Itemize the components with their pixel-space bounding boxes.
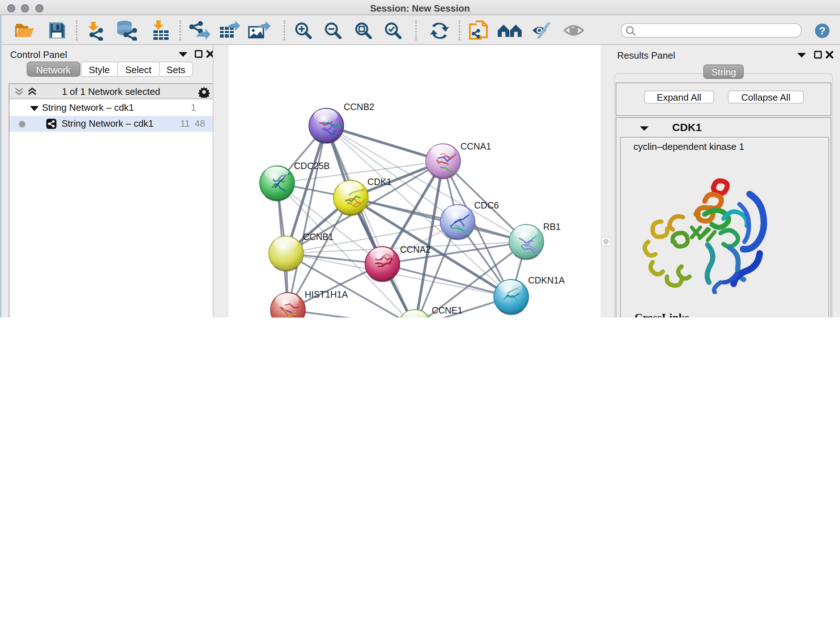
svg-text:?: ? [819, 24, 826, 36]
svg-text:CCNA2: CCNA2 [400, 244, 431, 255]
svg-text:CDKN1A: CDKN1A [528, 275, 565, 285]
svg-text:CDK1: CDK1 [368, 177, 392, 187]
svg-text:CCNA1: CCNA1 [461, 141, 491, 151]
svg-text:CCNE1: CCNE1 [432, 305, 463, 315]
svg-text:CDC6: CDC6 [474, 200, 499, 211]
svg-text:CDC25B: CDC25B [294, 161, 330, 171]
svg-text:CCNB1: CCNB1 [303, 232, 333, 242]
svg-text:CCNB2: CCNB2 [344, 102, 374, 112]
svg-text:HIST1H1A: HIST1H1A [305, 289, 348, 299]
svg-text:RB1: RB1 [543, 222, 561, 232]
